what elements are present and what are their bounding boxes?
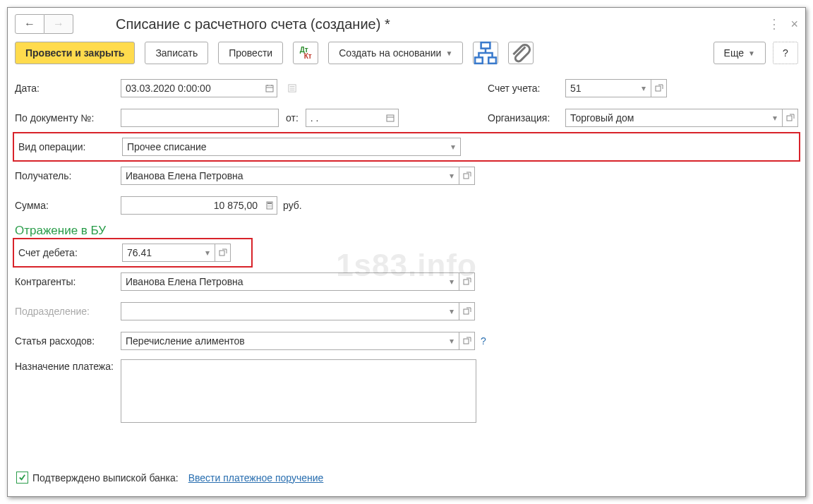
help-button[interactable]: ? bbox=[773, 42, 798, 64]
svg-point-15 bbox=[269, 206, 270, 207]
create-based-label: Создать на основании bbox=[339, 47, 441, 59]
svg-point-13 bbox=[270, 205, 271, 205]
amount-input[interactable]: 10 875,00 bbox=[121, 196, 262, 215]
svg-rect-18 bbox=[464, 280, 469, 284]
calendar-icon[interactable] bbox=[262, 79, 277, 97]
help-hint-icon[interactable]: ? bbox=[481, 335, 486, 347]
app-window: ← → Списание с расчетного счета (создани… bbox=[7, 7, 806, 497]
account-open-icon[interactable] bbox=[651, 79, 667, 97]
titlebar: ← → Списание с расчетного счета (создани… bbox=[15, 13, 798, 35]
svg-rect-7 bbox=[787, 116, 792, 121]
forward-button[interactable]: → bbox=[44, 14, 73, 34]
expense-dropdown[interactable]: ▾ bbox=[444, 332, 459, 350]
post-and-close-button[interactable]: Провести и закрыть bbox=[15, 42, 135, 64]
account-dropdown[interactable]: ▾ bbox=[636, 79, 651, 97]
date-input[interactable]: 03.03.2020 0:00:00 bbox=[121, 79, 262, 97]
close-icon[interactable]: × bbox=[790, 17, 798, 32]
toolbar: Провести и закрыть Записать Провести ДтК… bbox=[15, 42, 798, 64]
debit-acc-dropdown[interactable]: ▾ bbox=[200, 244, 215, 262]
debit-acc-label: Счет дебета: bbox=[18, 247, 122, 258]
expense-open-icon[interactable] bbox=[459, 332, 475, 350]
svg-rect-0 bbox=[481, 42, 490, 49]
svg-rect-3 bbox=[266, 85, 273, 92]
more-button[interactable]: Еще▼ bbox=[713, 42, 766, 64]
org-input[interactable]: Торговый дом bbox=[565, 109, 767, 127]
date-input-group: 03.03.2020 0:00:00 bbox=[121, 79, 277, 97]
contractor-dropdown[interactable]: ▾ bbox=[444, 272, 459, 291]
op-type-highlight: Вид операции: Прочее списание ▾ bbox=[13, 132, 800, 162]
division-label: Подразделение: bbox=[15, 306, 121, 317]
debit-acc-open-icon[interactable] bbox=[215, 244, 231, 262]
date-label: Дата: bbox=[15, 83, 121, 94]
dtkt-button[interactable]: ДтКт bbox=[293, 42, 318, 64]
section-bu-title: Отражение в БУ bbox=[15, 224, 798, 238]
svg-point-14 bbox=[267, 206, 268, 207]
from-date-input[interactable]: . . bbox=[306, 109, 383, 127]
account-input[interactable]: 51 bbox=[565, 79, 636, 97]
save-button[interactable]: Записать bbox=[145, 42, 208, 64]
svg-rect-10 bbox=[267, 203, 272, 204]
svg-rect-19 bbox=[464, 309, 469, 314]
create-based-button[interactable]: Создать на основании▼ bbox=[328, 42, 463, 64]
purpose-textarea[interactable] bbox=[121, 359, 476, 423]
expense-input[interactable]: Перечисление алиментов bbox=[121, 332, 444, 350]
footer-row: Подтверждено выпиской банка: Ввести плат… bbox=[16, 472, 323, 484]
account-label: Счет учета: bbox=[488, 83, 565, 94]
from-label: от: bbox=[286, 112, 299, 124]
from-calendar-icon[interactable] bbox=[383, 109, 399, 127]
calculator-icon[interactable] bbox=[262, 196, 277, 215]
structure-button[interactable] bbox=[473, 42, 498, 64]
contractor-label: Контрагенты: bbox=[15, 276, 121, 287]
amount-unit: руб. bbox=[283, 200, 302, 211]
list-icon[interactable] bbox=[284, 79, 300, 97]
contractor-input[interactable]: Иванова Елена Петровна bbox=[121, 272, 444, 291]
paperclip-icon bbox=[509, 41, 533, 65]
hierarchy-icon bbox=[474, 41, 498, 65]
docnum-label: По документу №: bbox=[15, 112, 121, 124]
enter-payment-order-link[interactable]: Ввести платежное поручение bbox=[188, 472, 324, 484]
svg-rect-5 bbox=[656, 86, 661, 91]
svg-rect-2 bbox=[489, 57, 497, 64]
recipient-label: Получатель: bbox=[15, 170, 121, 181]
docnum-input[interactable] bbox=[121, 109, 279, 127]
recipient-open-icon[interactable] bbox=[459, 167, 475, 185]
svg-point-12 bbox=[269, 205, 270, 205]
division-dropdown[interactable]: ▾ bbox=[444, 302, 459, 320]
purpose-label: Назначение платежа: bbox=[15, 359, 121, 372]
division-input[interactable] bbox=[121, 302, 444, 320]
check-icon bbox=[18, 474, 26, 481]
svg-rect-1 bbox=[475, 57, 483, 64]
svg-rect-6 bbox=[387, 115, 394, 121]
kebab-menu-icon[interactable]: ⋮ bbox=[768, 16, 781, 32]
org-label: Организация: bbox=[488, 112, 565, 124]
attach-button[interactable] bbox=[508, 42, 534, 64]
confirmed-label: Подтверждено выпиской банка: bbox=[32, 472, 179, 484]
expense-label: Статья расходов: bbox=[15, 335, 121, 347]
amount-label: Сумма: bbox=[15, 200, 121, 211]
debit-acc-input[interactable]: 76.41 bbox=[122, 244, 200, 262]
svg-rect-8 bbox=[464, 174, 469, 179]
recipient-dropdown[interactable]: ▾ bbox=[444, 167, 459, 185]
op-type-label: Вид операции: bbox=[18, 141, 122, 152]
op-type-input[interactable]: Прочее списание bbox=[122, 138, 445, 156]
more-label: Еще bbox=[724, 47, 745, 59]
division-open-icon[interactable] bbox=[459, 302, 475, 320]
debit-acc-highlight: Счет дебета: 76.41 ▾ bbox=[13, 238, 253, 268]
svg-point-11 bbox=[267, 205, 268, 205]
confirmed-checkbox[interactable] bbox=[16, 472, 28, 484]
recipient-input[interactable]: Иванова Елена Петровна bbox=[121, 167, 444, 185]
svg-rect-20 bbox=[464, 339, 469, 344]
window-title: Списание с расчетного счета (создание) * bbox=[116, 16, 390, 32]
svg-point-16 bbox=[270, 206, 271, 207]
back-button[interactable]: ← bbox=[15, 14, 44, 34]
contractor-open-icon[interactable] bbox=[459, 272, 475, 291]
org-dropdown[interactable]: ▾ bbox=[767, 109, 783, 127]
org-open-icon[interactable] bbox=[783, 109, 798, 127]
op-type-dropdown[interactable]: ▾ bbox=[445, 138, 461, 156]
svg-rect-17 bbox=[219, 251, 224, 256]
post-button[interactable]: Провести bbox=[218, 42, 283, 64]
form-body: Дата: 03.03.2020 0:00:00 Счет учета: 51 … bbox=[15, 77, 798, 423]
